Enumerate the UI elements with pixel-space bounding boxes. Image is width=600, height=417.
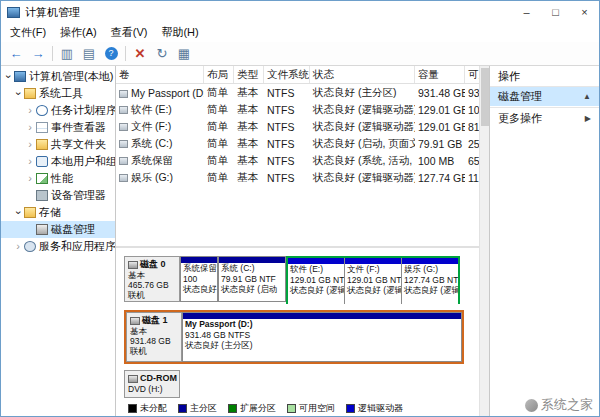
chevron-collapsed-icon[interactable] [13,239,23,254]
tree-item-performance[interactable]: 性能 [1,170,115,187]
chevron-expanded-icon[interactable] [11,89,26,99]
action-disk-management[interactable]: 磁盘管理 ▲ [490,87,599,106]
volume-type: 基本 [234,137,264,151]
tree-item-task-scheduler[interactable]: 任务计划程序 [1,102,115,119]
volume-icon [119,157,128,165]
chevron-collapsed-icon[interactable] [25,154,35,169]
partition-system-c[interactable]: 系统 (C:) 79.91 GB NTF 状态良好 (启动 [218,256,286,302]
volume-layout: 简单 [204,103,234,117]
chevron-collapsed-icon[interactable] [25,103,35,118]
cdrom-0-header[interactable]: CD-ROM 0 DVD (H:) [124,370,180,398]
volume-free-space: 10 [465,104,479,116]
tree-item-shared-folders[interactable]: 共享文件夹 [1,136,115,153]
volume-row-system-reserved[interactable]: 系统保留 简单 基本 NTFS 状态良好 (系统, 活动, 主分区) 100 M… [116,152,479,169]
tree-item-label: 本地用户和组 [51,154,115,169]
submenu-arrow-icon[interactable]: ▶ [585,114,591,123]
legend-extended-partition: 扩展分区 [228,402,276,415]
chevron-collapsed-icon[interactable] [25,171,35,186]
tree-item-disk-management[interactable]: 磁盘管理 [1,221,115,238]
menu-view[interactable]: 查看(V) [104,23,155,42]
vertical-scrollbar[interactable] [479,66,489,416]
actions-panel-title: 操作 [490,66,599,87]
extended-partition-outline: 软件 (E:) 129.01 GB NT 状态良好 (逻辑 文件 (F:) 12… [286,256,460,304]
close-button[interactable]: × [570,1,599,23]
volume-type: 基本 [234,86,264,100]
cdrom-0-row: CD-ROM 0 DVD (H:) [124,370,471,398]
tree-item-system-tools[interactable]: 系统工具 [1,85,115,102]
delete-icon[interactable]: ✕ [130,44,150,64]
refresh-icon[interactable]: ↻ [152,44,172,64]
maximize-button[interactable]: □ [541,1,570,23]
volume-row-files-f[interactable]: 文件 (F:) 简单 基本 NTFS 状态良好 (逻辑驱动器) 129.01 G… [116,118,479,135]
folder-icon [24,88,36,99]
scrollbar-thumb[interactable] [481,68,489,126]
column-header-capacity[interactable]: 容量 [415,66,465,83]
menu-action[interactable]: 操作(A) [53,23,104,42]
properties-icon[interactable]: ▤ [79,44,99,64]
legend-color-swatch [128,404,137,413]
disk-0-row: 磁盘 0 基本 465.76 GB 联机 系统保留 100 状态良好 ( 系统 … [124,256,471,304]
volume-layout: 简单 [204,120,234,134]
column-header-free-space[interactable]: 可用空间 [465,66,479,83]
volume-name: 软件 (E:) [131,103,172,115]
partition-status: 状态良好 (启动 [219,284,285,295]
partition-my-passport-d[interactable]: My Passport (D:) 931.48 GB NTFS 状态良好 (主分… [182,312,462,362]
volume-row-system-c[interactable]: 系统 (C:) 简单 基本 NTFS 状态良好 (启动, 页面文件, 故障转储,… [116,135,479,152]
volume-name-cell: 系统保留 [116,154,204,168]
column-header-volume[interactable]: 卷 [116,66,204,83]
legend-color-swatch [287,404,296,413]
column-header-status[interactable]: 状态 [310,66,415,83]
disk-size: 931.48 GB [130,336,178,346]
partition-files-f[interactable]: 文件 (F:) 129.01 GB NT 状态良好 (逻辑 [345,258,402,304]
menu-help[interactable]: 帮助(H) [154,23,205,42]
console-tree-icon[interactable]: ▥ [57,44,77,64]
chevron-collapsed-icon[interactable] [25,120,35,135]
column-header-layout[interactable]: 布局 [204,66,234,83]
main-area: 计算机管理(本地) 系统工具 任务计划程序 事件查看器 共享文件夹 [1,66,599,416]
minimize-button[interactable]: – [512,1,541,23]
collapse-arrow-icon[interactable]: ▲ [583,92,591,101]
title-bar[interactable]: 计算机管理 – □ × [1,1,599,23]
partition-status: 状态良好 ( [181,284,217,295]
chevron-collapsed-icon[interactable] [25,137,35,152]
tree-item-services-applications[interactable]: 服务和应用程序 [1,238,115,255]
volume-row-entertainment-g[interactable]: 娱乐 (G:) 简单 基本 NTFS 状态良好 (逻辑驱动器) 127.74 G… [116,169,479,186]
column-header-type[interactable]: 类型 [234,66,264,83]
partition-software-e[interactable]: 软件 (E:) 129.01 GB NT 状态良好 (逻辑 [288,258,345,304]
disk-1-row-selected: 磁盘 1 基本 931.48 GB 联机 My Passport (D:) 93… [124,310,464,364]
rescan-disks-icon[interactable]: ▦ [174,44,194,64]
back-icon[interactable]: ← [6,44,26,64]
column-header-filesystem[interactable]: 文件系统 [264,66,310,83]
volume-capacity: 129.01 GB [415,104,465,116]
volume-filesystem: NTFS [264,121,310,133]
chevron-expanded-icon[interactable] [1,72,16,82]
disk-1-header[interactable]: 磁盘 1 基本 931.48 GB 联机 [126,312,182,362]
volume-row-my-passport[interactable]: My Passport (D:) 简单 基本 NTFS 状态良好 (主分区) 9… [116,84,479,101]
chevron-expanded-icon[interactable] [11,208,26,218]
disk-0-header[interactable]: 磁盘 0 基本 465.76 GB 联机 [124,256,180,302]
tree-item-label: 任务计划程序 [51,103,115,118]
action-label: 更多操作 [498,111,542,126]
tree-item-event-viewer[interactable]: 事件查看器 [1,119,115,136]
volume-name: 文件 (F:) [131,120,171,132]
legend-unallocated: 未分配 [128,402,167,415]
menu-file[interactable]: 文件(F) [3,23,53,42]
partition-size: 129.01 GB NT [345,275,401,286]
legend-label: 扩展分区 [240,402,276,415]
forward-icon[interactable]: → [28,44,48,64]
disk-icon [128,261,138,269]
tree-item-device-manager[interactable]: 设备管理器 [1,187,115,204]
tree-item-computer-management[interactable]: 计算机管理(本地) [1,68,115,85]
tree-item-storage[interactable]: 存储 [1,204,115,221]
partition-entertainment-g[interactable]: 娱乐 (G:) 127.74 GB NTI 状态良好 (逻辑 [402,258,458,304]
tree-item-label: 设备管理器 [51,188,106,203]
action-more-actions[interactable]: 更多操作 ▶ [490,109,599,128]
volume-row-software-e[interactable]: 软件 (E:) 简单 基本 NTFS 状态良好 (逻辑驱动器) 129.01 G… [116,101,479,118]
volume-name-cell: 软件 (E:) [116,103,204,117]
volume-list-header: 卷 布局 类型 文件系统 状态 容量 可用空间 [116,66,479,84]
help-icon[interactable]: ? [101,44,121,64]
volume-free-space: 65 [465,155,479,167]
tree-item-local-users-groups[interactable]: 本地用户和组 [1,153,115,170]
actions-separator [490,107,599,108]
partition-system-reserved[interactable]: 系统保留 100 状态良好 ( [180,256,218,302]
